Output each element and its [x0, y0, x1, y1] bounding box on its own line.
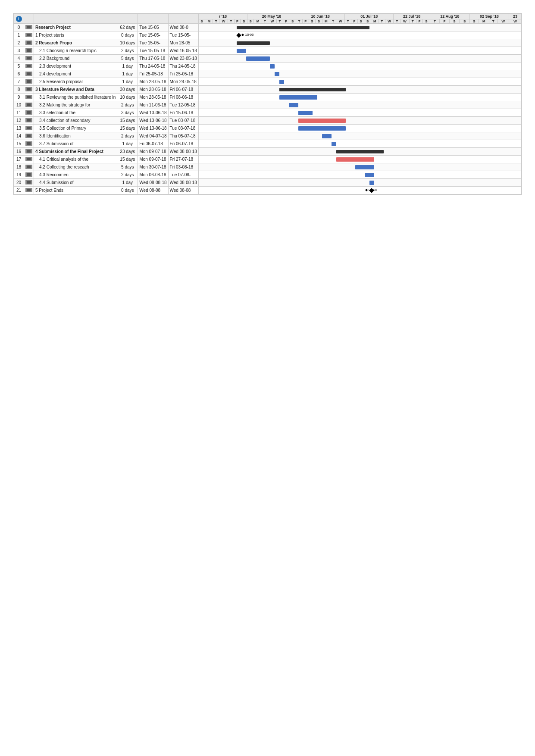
- task-name: 2.4 development: [34, 70, 117, 78]
- task-mode: [24, 86, 34, 94]
- day-header: S: [247, 19, 254, 24]
- day-header: M: [254, 19, 262, 24]
- task-finish: Wed 08-0: [168, 24, 198, 31]
- day-header: T: [345, 19, 351, 24]
- table-row: 113.3 selection of the3 daysWed 13-06-18…: [14, 109, 522, 117]
- task-name: 4 Submission of the Final Project: [34, 148, 117, 156]
- milestone-diamond: [237, 33, 241, 37]
- gantt-bar: [289, 103, 298, 107]
- task-mode: [24, 140, 34, 148]
- task-finish: Wed 16-05-18: [168, 47, 198, 55]
- task-finish: Wed 08-08: [168, 187, 198, 194]
- task-name: 4.3 Recommen: [34, 171, 117, 179]
- task-id: 1: [14, 31, 24, 39]
- table-row: 164 Submission of the Final Project23 da…: [14, 148, 522, 156]
- task-bar-cell: [198, 70, 521, 78]
- task-id: 4: [14, 55, 24, 62]
- task-id: 3: [14, 47, 24, 55]
- task-name: 2.5 Research proposal: [34, 78, 117, 86]
- task-id: 15: [14, 140, 24, 148]
- day-header: T: [394, 19, 400, 24]
- task-duration: 15 days: [117, 125, 138, 132]
- task-start: Tue 15-05-18: [138, 47, 168, 55]
- day-header: S: [309, 19, 316, 24]
- gantt-bar: [298, 126, 346, 131]
- task-duration: 2 days: [117, 132, 138, 140]
- task-id: 20: [14, 179, 24, 187]
- task-start: Fri 06-07-18: [138, 140, 168, 148]
- week-header-6: 02 Sep '18: [469, 14, 509, 19]
- task-mode: [24, 70, 34, 78]
- table-row: 93.1 Reviewing the published literature …: [14, 94, 522, 101]
- task-mode: [24, 62, 34, 70]
- task-duration: 1 day: [117, 78, 138, 86]
- gantt-bar: [237, 26, 369, 29]
- table-row: 0Research Project62 daysTue 15-05Wed 08-…: [14, 24, 522, 31]
- task-start: Wed 04-07-18: [138, 132, 168, 140]
- task-id: 18: [14, 163, 24, 171]
- milestone-label: ◆ 08·08: [365, 188, 377, 192]
- task-bar-cell: [198, 94, 521, 101]
- task-mode: [24, 148, 34, 156]
- task-duration: 15 days: [117, 117, 138, 125]
- day-header: F: [302, 19, 309, 24]
- task-mode: [24, 55, 34, 62]
- task-mode: [24, 109, 34, 117]
- task-mode: [24, 39, 34, 47]
- day-header: M: [371, 19, 379, 24]
- day-header: T: [379, 19, 385, 24]
- task-mode: [24, 31, 34, 39]
- table-row: 153.7 Submission of1 dayFri 06-07-18Fri …: [14, 140, 522, 148]
- milestone-label: ◆ 15·05: [241, 33, 253, 37]
- day-header: F: [416, 19, 423, 24]
- gantt-bar: [322, 134, 332, 138]
- day-header: T: [277, 19, 283, 24]
- task-start: Mon 09-07-18: [138, 156, 168, 163]
- week-header-5: 12 Aug '18: [430, 14, 469, 19]
- week-header-0: r '18: [198, 14, 247, 19]
- gantt-bar: [365, 173, 374, 177]
- task-id: 10: [14, 101, 24, 109]
- task-bar-cell: [198, 148, 521, 156]
- task-duration: 23 days: [117, 148, 138, 156]
- task-id: 0: [14, 24, 24, 31]
- day-header: W: [509, 19, 521, 24]
- gantt-bar: [336, 150, 384, 153]
- task-name: 3 Literature Review and Data: [34, 86, 117, 94]
- task-finish: Tue 03-07-18: [168, 125, 198, 132]
- task-finish: Fri 06-07-18: [168, 140, 198, 148]
- task-duration: 10 days: [117, 94, 138, 101]
- task-mode: [24, 78, 34, 86]
- task-name: 4.2 Collecting the reseach: [34, 163, 117, 171]
- day-header: W: [268, 19, 277, 24]
- task-start: Wed 08-08: [138, 187, 168, 194]
- task-start: Wed 13-06-18: [138, 109, 168, 117]
- table-row: 32.1 Choosing a research topic2 daysTue …: [14, 47, 522, 55]
- gantt-bar: [275, 72, 279, 76]
- task-bar-cell: [198, 163, 521, 171]
- task-start: Thu 17-05-18: [138, 55, 168, 62]
- task-start: Mon 30-07-18: [138, 163, 168, 171]
- col-start: [138, 14, 168, 24]
- task-finish: Wed 08-08-18: [168, 148, 198, 156]
- task-duration: 1 day: [117, 140, 138, 148]
- task-id: 6: [14, 70, 24, 78]
- gantt-bar: [279, 88, 346, 91]
- task-start: Thu 24-05-18: [138, 62, 168, 70]
- task-start: Tue 15-05-: [138, 39, 168, 47]
- task-duration: 62 days: [117, 24, 138, 31]
- table-row: 103.2 Making the strategy for2 daysMon 1…: [14, 101, 522, 109]
- day-header: W: [385, 19, 394, 24]
- task-name: 4.1 Critical analysis of the: [34, 156, 117, 163]
- table-row: 194.3 Recommen2 daysMon 06-08-18Tue 07-0…: [14, 171, 522, 179]
- table-row: 184.2 Collecting the reseach5 daysMon 30…: [14, 163, 522, 171]
- task-finish: Wed 23-05-18: [168, 55, 198, 62]
- gantt-bar: [270, 64, 275, 69]
- day-header: T: [430, 19, 439, 24]
- task-mode: [24, 132, 34, 140]
- task-name: 4.4 Submission of: [34, 179, 117, 187]
- table-row: 11 Project starts0 daysTue 15-05-Tue 15-…: [14, 31, 522, 39]
- task-mode: [24, 187, 34, 194]
- gantt-bar: [298, 111, 313, 115]
- task-duration: 3 days: [117, 109, 138, 117]
